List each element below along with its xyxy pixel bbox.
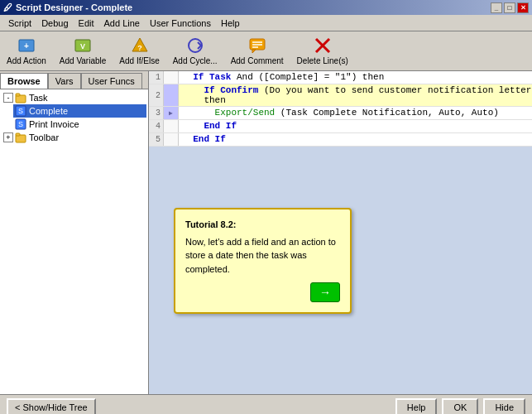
line-marker-1 <box>164 71 179 84</box>
svg-rect-21 <box>16 133 20 136</box>
line-num-2: 2 <box>149 84 164 106</box>
print-invoice-icon: S <box>15 118 26 130</box>
line-num-5: 5 <box>149 133 164 146</box>
add-cycle-button[interactable]: Add Cycle... <box>170 35 221 67</box>
line-content-5: End If <box>179 133 532 146</box>
line-content-4: End If <box>179 120 532 132</box>
svg-marker-8 <box>252 50 256 53</box>
menu-edit[interactable]: Edit <box>74 17 99 30</box>
right-buttons: Help OK Hide <box>395 398 525 415</box>
code-line-2: 2 If Confirm (Do you want to send custom… <box>149 84 532 107</box>
code-area: 1 If Task And ([Complete] = "1") then 2 … <box>149 71 532 147</box>
tree-item-task[interactable]: - Task <box>2 91 146 104</box>
tree-item-print-invoice[interactable]: S Print Invoice <box>13 118 146 131</box>
title-text: Script Designer - Complete <box>16 2 132 12</box>
code-line-5: 5 End If <box>149 133 532 147</box>
tree-area: - Task S Complete S <box>0 89 148 394</box>
add-comment-label: Add Comment <box>231 56 284 65</box>
svg-text:+: + <box>24 41 29 51</box>
tooltip-text: Now, let's add a field and an action to … <box>185 235 340 277</box>
panel-tabs: Browse Vars User Funcs <box>0 71 148 89</box>
line-marker-4 <box>164 120 179 132</box>
line-marker-3: ▶ <box>164 107 179 119</box>
svg-text:V: V <box>80 42 85 51</box>
line-marker-5 <box>164 133 179 146</box>
add-action-icon: + <box>17 36 36 55</box>
svg-text:S: S <box>18 107 23 115</box>
tab-userfuncs[interactable]: User Funcs <box>81 73 142 89</box>
line-num-4: 4 <box>149 120 164 132</box>
menu-help[interactable]: Help <box>216 17 245 30</box>
add-ifelse-label: Add If/Else <box>119 56 159 65</box>
tooltip-next-button[interactable]: → <box>310 282 340 302</box>
code-line-1: 1 If Task And ([Complete] = "1") then <box>149 71 532 84</box>
add-ifelse-button[interactable]: ? Add If/Else <box>116 35 162 67</box>
tree-item-complete[interactable]: S Complete <box>13 104 146 118</box>
line-content-3: Export/Send (Task Complete Notification,… <box>179 107 532 119</box>
tree-expand-toolbar[interactable]: + <box>3 132 13 142</box>
tree-expand-task[interactable]: - <box>3 93 13 103</box>
line-content-2: If Confirm (Do you want to send customer… <box>179 84 532 106</box>
complete-icon: S <box>15 105 26 117</box>
task-folder-icon <box>15 92 26 104</box>
delete-lines-icon <box>314 36 332 55</box>
svg-rect-15 <box>16 94 20 96</box>
add-variable-icon: V <box>74 36 92 55</box>
add-variable-button[interactable]: V Add Variable <box>56 35 110 67</box>
add-comment-button[interactable]: Add Comment <box>228 35 287 67</box>
menu-debug[interactable]: Debug <box>36 17 73 30</box>
tooltip-popup: Tutorial 8.2: Now, let's add a field and… <box>174 208 352 314</box>
line-marker-2 <box>164 84 179 106</box>
menu-userfunctions[interactable]: User Functions <box>145 17 216 30</box>
line-num-3: 3 <box>149 107 164 119</box>
show-hide-tree-button[interactable]: < Show/Hide Tree <box>7 398 96 415</box>
add-variable-label: Add Variable <box>60 56 107 65</box>
line-num-1: 1 <box>149 71 164 84</box>
code-line-3: 3 ▶ Export/Send (Task Complete Notificat… <box>149 107 532 120</box>
menu-script[interactable]: Script <box>3 17 36 30</box>
add-action-button[interactable]: + Add Action <box>3 35 50 67</box>
tree-label-complete: Complete <box>29 106 68 116</box>
main-area: Browse Vars User Funcs - Task S Complete <box>0 71 532 394</box>
add-comment-icon <box>248 36 266 55</box>
delete-lines-button[interactable]: Delete Line(s) <box>294 35 352 67</box>
tree-label-toolbar: Toolbar <box>29 132 59 142</box>
line-content-1: If Task And ([Complete] = "1") then <box>179 71 532 84</box>
left-panel: Browse Vars User Funcs - Task S Complete <box>0 71 149 394</box>
tooltip-title: Tutorial 8.2: <box>185 218 340 232</box>
svg-text:?: ? <box>137 44 142 52</box>
minimize-button[interactable]: _ <box>491 2 502 13</box>
menu-addline[interactable]: Add Line <box>99 17 145 30</box>
tree-item-toolbar[interactable]: + Toolbar <box>2 131 146 144</box>
add-action-label: Add Action <box>7 56 46 65</box>
help-button[interactable]: Help <box>395 398 438 415</box>
tab-browse[interactable]: Browse <box>0 73 48 89</box>
tree-label-print-invoice: Print Invoice <box>29 119 79 129</box>
right-panel: 1 If Task And ([Complete] = "1") then 2 … <box>149 71 532 394</box>
code-line-4: 4 End If <box>149 120 532 133</box>
menu-bar: Script Debug Edit Add Line User Function… <box>0 15 532 31</box>
maximize-button[interactable]: □ <box>504 2 515 13</box>
toolbar-folder-icon <box>15 132 26 143</box>
add-cycle-label: Add Cycle... <box>173 56 218 65</box>
svg-text:S: S <box>18 120 23 128</box>
title-bar: 🖊 Script Designer - Complete _ □ ✕ <box>0 0 532 15</box>
close-button[interactable]: ✕ <box>517 2 529 13</box>
hide-button[interactable]: Hide <box>483 398 525 415</box>
toolbar: + Add Action V Add Variable ? Add If/Els… <box>0 31 532 71</box>
bottom-bar: < Show/Hide Tree Help OK Hide <box>0 394 532 414</box>
app-icon: 🖊 <box>3 2 12 12</box>
tab-vars[interactable]: Vars <box>48 73 81 89</box>
tree-label-task: Task <box>29 93 48 103</box>
ok-button[interactable]: OK <box>442 398 478 415</box>
add-ifelse-icon: ? <box>131 36 149 55</box>
add-cycle-icon <box>186 36 204 55</box>
title-bar-buttons: _ □ ✕ <box>491 2 529 13</box>
delete-lines-label: Delete Line(s) <box>297 56 348 65</box>
